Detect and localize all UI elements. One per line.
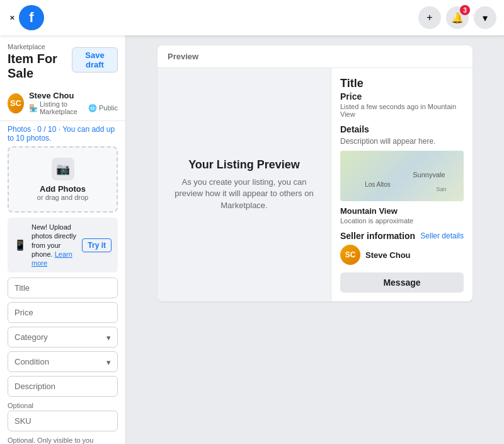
user-name: Steve Chou [29,91,118,100]
notification-badge: 3 [460,5,470,15]
preview-item-title: Title [340,77,464,90]
sku-field[interactable]: SKU [8,411,118,431]
seller-section: Seller information Seller details [340,231,464,241]
account-menu-button[interactable]: ▾ [474,6,496,29]
preview-price: Price [340,91,464,102]
optional-label: Optional [0,400,125,411]
try-button[interactable]: Try it [82,238,112,252]
preview-label: Preview [158,45,472,68]
globe-icon: 🌐 [88,104,97,112]
save-draft-button[interactable]: Save draft [72,47,118,73]
preview-left: Your Listing Preview As you create your … [158,68,331,301]
photos-label: Photos · 0 / 10 · You can add up to 10 p… [0,121,125,146]
nav-left: ✕ f [8,5,44,30]
store-icon: 🏪 [29,104,38,112]
details-title: Details [340,124,464,134]
seller-details-link[interactable]: Seller details [420,231,464,240]
photo-upload-area[interactable]: 📷 Add Photos or drag and drop [8,146,118,213]
chevron-down-icon: ▾ [483,12,488,24]
user-info: SC Steve Chou 🏪 Listing to Marketplace 🌐… [0,86,125,121]
seller-avatar: SC [340,245,360,265]
map-label-sunnyvale: Sunnyvale [413,171,445,178]
plus-icon: + [427,12,432,23]
left-panel: Marketplace Item For Sale Save draft SC … [0,35,126,444]
phone-upload-banner: 📱 New! Upload photos directly from your … [8,218,118,272]
preview-description: Description will appear here. [340,137,464,146]
map-small-text: San [437,186,447,192]
category-field[interactable]: Category [8,327,118,348]
add-button[interactable]: + [418,6,441,29]
top-nav: ✕ f + 🔔 3 ▾ [0,0,504,35]
user-meta: 🏪 Listing to Marketplace 🌐 Public [29,100,118,115]
nav-right: + 🔔 3 ▾ [418,6,496,29]
condition-field[interactable]: Condition [8,351,118,372]
seller-info-title: Seller information [340,231,415,241]
page-title: Item For Sale [8,52,72,81]
right-panel: Preview Your Listing Preview As you crea… [126,35,504,444]
avatar: SC [8,93,24,114]
preview-card: Preview Your Listing Preview As you crea… [158,45,472,301]
description-field[interactable]: Description [8,376,118,397]
preview-map: Los Altos Sunnyvale San [340,151,464,201]
preview-body: Your Listing Preview As you create your … [158,68,472,301]
optional-visible-label: Optional. Only visible to you [0,435,125,444]
placeholder-desc: As you create your listing, you can prev… [170,177,318,211]
notifications-button[interactable]: 🔔 3 [446,6,469,29]
message-button[interactable]: Message [340,272,464,293]
facebook-logo: ✕ f [8,5,44,30]
seller-name: Steve Chou [365,250,411,260]
photo-icon: 📷 [52,158,74,180]
preview-right: Title Price Listed a few seconds ago in … [331,68,472,301]
seller-info: SC Steve Chou [340,245,464,265]
phone-icon: 📱 [14,239,26,251]
user-details: Steve Chou 🏪 Listing to Marketplace 🌐 Pu… [29,91,118,115]
add-photos-label: Add Photos [19,184,106,194]
map-label-los-altos: Los Altos [365,181,391,188]
title-field[interactable]: Title [8,278,118,298]
preview-listed: Listed a few seconds ago in Mountain Vie… [340,103,464,118]
preview-placeholder: Your Listing Preview As you create your … [158,146,331,224]
drag-drop-label: or drag and drop [19,194,106,201]
preview-location: Mountain View [340,206,464,216]
fb-icon: f [19,5,44,30]
panel-header: Marketplace Item For Sale Save draft [0,35,125,86]
placeholder-title: Your Listing Preview [170,158,318,172]
price-field[interactable]: Price [8,302,118,323]
main-layout: Marketplace Item For Sale Save draft SC … [0,35,504,444]
phone-text: New! Upload photos directly from your ph… [32,223,77,267]
preview-location-sub: Location is approximate [340,217,464,225]
